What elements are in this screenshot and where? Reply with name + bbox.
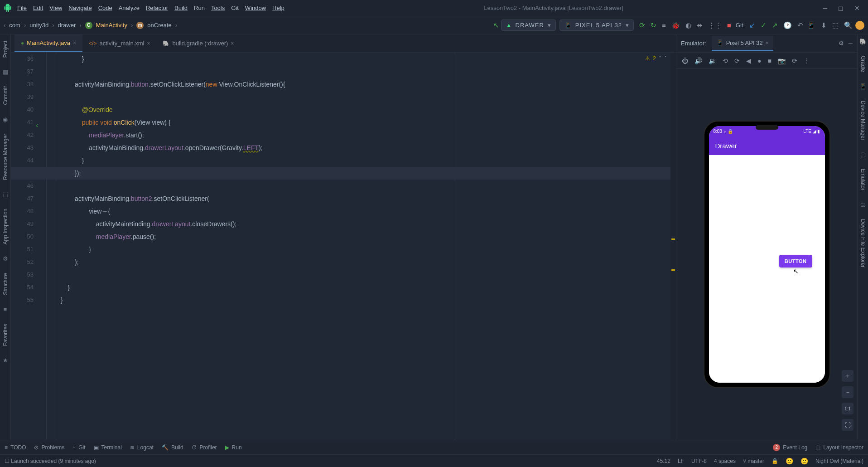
code-content[interactable]: } activityMainBinding.button.setOnClickL… — [56, 53, 676, 440]
emulator-device-tab[interactable]: 📱 Pixel 5 API 32 × — [712, 36, 774, 51]
todo-tab[interactable]: ≡TODO — [5, 444, 26, 451]
event-log-tab[interactable]: 2Event Log — [773, 444, 807, 451]
emoji-sad-icon[interactable]: 🙁 — [800, 457, 808, 465]
emulator-tab[interactable]: Emulator — [860, 166, 866, 193]
device-dropdown[interactable]: 📱 PIXEL 5 API 32 ▾ — [559, 19, 634, 31]
git-push-icon[interactable]: ↗ — [772, 21, 778, 29]
tab-mainactivity[interactable]: ● MainActivity.java × — [14, 34, 82, 52]
zoom-1to1-button[interactable]: 1:1 — [842, 403, 854, 414]
lock-icon[interactable]: 🔒 — [772, 458, 778, 464]
zoom-fit-button[interactable]: ⛶ — [842, 419, 854, 431]
rotate-left-icon[interactable]: ⟲ — [723, 57, 728, 64]
menu-navigate[interactable]: Navigate — [68, 5, 92, 11]
git-history-icon[interactable]: 🕑 — [783, 21, 792, 29]
problems-tab[interactable]: ⊘Problems — [34, 444, 64, 451]
profile-icon[interactable]: ◐ — [685, 21, 691, 29]
device-screen[interactable]: 8:03 ⬨ 🔒 LTE ◢ ▮ Drawer BUTTON ↖ — [709, 126, 825, 383]
more-icon[interactable]: ⋮ — [804, 57, 810, 64]
attach-debugger-icon[interactable]: ⬌ — [697, 21, 703, 29]
menu-git[interactable]: Git — [231, 5, 239, 11]
code-editor[interactable]: 36 37 38 39 40 41o↑ 42 43 44 45 46 47 48… — [11, 53, 676, 440]
apply-changes-icon[interactable]: ↻ — [651, 21, 656, 29]
crumb-class[interactable]: MainActivity — [96, 22, 127, 29]
menu-file[interactable]: File — [17, 5, 27, 11]
git-update-icon[interactable]: ↙ — [749, 21, 755, 29]
scrollbar-warn-marker[interactable] — [671, 269, 675, 271]
app-body[interactable]: BUTTON ↖ — [709, 155, 825, 383]
crumb-method[interactable]: onCreate — [147, 22, 171, 29]
back-icon[interactable]: ↖ — [493, 21, 499, 29]
crumb-com[interactable]: com — [9, 22, 20, 29]
close-tab-icon[interactable]: × — [73, 40, 76, 46]
menu-refactor[interactable]: Refactor — [146, 5, 168, 11]
close-tab-icon[interactable]: × — [147, 40, 150, 47]
resource-manager-tab[interactable]: Resource Manager — [2, 131, 9, 183]
sdk-manager-icon[interactable]: ⬇ — [821, 21, 827, 29]
app-inspection-tab[interactable]: App Inspection — [2, 206, 9, 247]
prev-highlight-icon[interactable]: ˄ — [659, 55, 661, 62]
crumb-drawer[interactable]: drawer — [58, 22, 76, 29]
layout-inspector-tab[interactable]: ⬚Layout Inspector — [815, 444, 863, 451]
crumb-unity3d[interactable]: unity3d — [29, 22, 48, 29]
minimize-icon[interactable]: ─ — [849, 40, 853, 47]
power-icon[interactable]: ⏻ — [682, 57, 688, 64]
screenshot-icon[interactable]: 📷 — [778, 57, 786, 64]
file-encoding[interactable]: UTF-8 — [691, 458, 707, 464]
volume-up-icon[interactable]: 🔊 — [694, 57, 702, 64]
close-icon[interactable]: × — [766, 39, 769, 46]
avd-manager-icon[interactable]: 📱 — [807, 21, 815, 29]
volume-down-icon[interactable]: 🔉 — [709, 57, 716, 64]
zoom-out-button[interactable]: － — [842, 386, 854, 398]
scrollbar-warn-marker[interactable] — [671, 238, 675, 240]
more-run-icon[interactable]: ⋮⋮ — [708, 21, 722, 29]
menu-edit[interactable]: Edit — [33, 5, 43, 11]
menu-view[interactable]: View — [49, 5, 62, 11]
tab-activity-main-xml[interactable]: </> activity_main.xml × — [82, 34, 156, 52]
editor-scrollbar[interactable] — [670, 53, 676, 440]
maximize-button[interactable]: ◻ — [838, 5, 844, 12]
run-tab[interactable]: ▶Run — [225, 444, 242, 451]
run-icon[interactable]: ≡ — [662, 21, 666, 29]
next-highlight-icon[interactable]: ˅ — [664, 55, 667, 62]
chevron-left-icon[interactable]: ‹ — [4, 22, 5, 29]
rotate-right-icon[interactable]: ⟳ — [734, 57, 740, 64]
menu-code[interactable]: Code — [98, 5, 112, 11]
run-config-dropdown[interactable]: ▲ DRAWER ▾ — [501, 19, 556, 31]
line-separator[interactable]: LF — [678, 458, 684, 464]
logcat-tab[interactable]: ≋Logcat — [130, 444, 154, 451]
git-commit-icon[interactable]: ✓ — [761, 21, 767, 29]
menu-window[interactable]: Window — [245, 5, 266, 11]
menu-analyze[interactable]: Analyze — [119, 5, 140, 11]
resource-manager-icon[interactable]: ⬚ — [832, 21, 839, 29]
profiler-tab[interactable]: ⏱Profiler — [192, 444, 217, 451]
terminal-tab[interactable]: ▣Terminal — [94, 444, 122, 451]
back-nav-icon[interactable]: ◀ — [746, 57, 751, 64]
theme-label[interactable]: Night Owl (Material) — [815, 458, 863, 464]
gradle-tab[interactable]: Gradle — [860, 53, 866, 75]
search-icon[interactable]: 🔍 — [844, 21, 853, 29]
gear-icon[interactable]: ⚙ — [839, 40, 844, 47]
zoom-in-button[interactable]: ＋ — [842, 370, 854, 382]
caret-position[interactable]: 45:12 — [657, 458, 670, 464]
overview-nav-icon[interactable]: ■ — [767, 57, 771, 64]
commit-tab[interactable]: Commit — [2, 83, 9, 107]
tab-build-gradle[interactable]: 🐘 build.gradle (:drawer) × — [156, 34, 240, 52]
device-file-explorer-tab[interactable]: Device File Explorer — [860, 216, 866, 270]
minimize-button[interactable]: ─ — [823, 5, 827, 12]
emoji-happy-icon[interactable]: 🙂 — [786, 457, 793, 465]
git-tab[interactable]: ⑂Git — [72, 444, 85, 451]
run-with-coverage-icon[interactable]: ⟳ — [639, 21, 645, 29]
close-button[interactable]: ✕ — [854, 5, 860, 12]
close-tab-icon[interactable]: × — [231, 40, 234, 47]
indent-settings[interactable]: 4 spaces — [714, 458, 736, 464]
stop-icon[interactable]: ■ — [727, 21, 731, 29]
device-manager-tab[interactable]: Device Manager — [860, 98, 866, 143]
inspection-status[interactable]: ⚠ 2 ˄ ˅ — [645, 55, 667, 62]
home-nav-icon[interactable]: ● — [757, 57, 761, 64]
menu-build[interactable]: Build — [174, 5, 188, 11]
project-tab[interactable]: Project — [2, 38, 9, 60]
user-avatar[interactable] — [855, 21, 864, 30]
menu-help[interactable]: Help — [272, 5, 285, 11]
emulator-canvas[interactable]: 8:03 ⬨ 🔒 LTE ◢ ▮ Drawer BUTTON ↖ ＋ － 1 — [676, 69, 857, 440]
menu-run[interactable]: Run — [194, 5, 205, 11]
